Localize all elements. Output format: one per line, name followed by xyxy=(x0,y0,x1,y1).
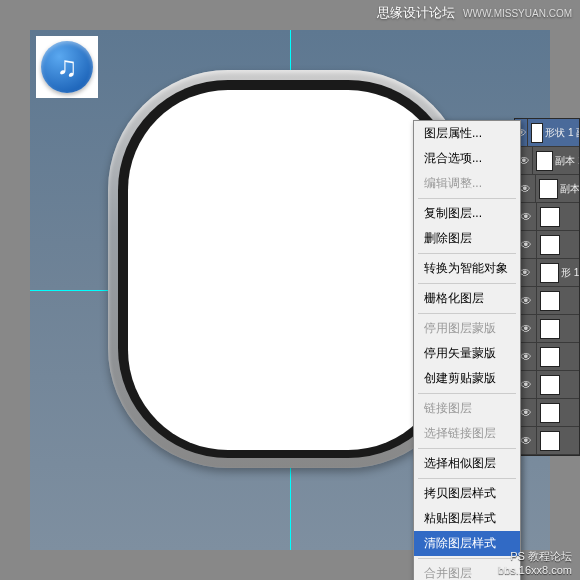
layer-row[interactable]: 👁 xyxy=(515,343,579,371)
layer-thumbnail[interactable] xyxy=(540,375,560,395)
menu-separator xyxy=(418,448,516,449)
layers-panel[interactable]: 👁形状 1 副本 3👁副本 2👁副本👁👁👁形 1👁👁👁👁👁👁 xyxy=(514,118,580,456)
menu-item[interactable]: 删除图层 xyxy=(414,226,520,251)
layer-row[interactable]: 👁 xyxy=(515,231,579,259)
menu-item[interactable]: 图层属性 xyxy=(414,121,520,146)
menu-separator xyxy=(418,253,516,254)
menu-item[interactable]: 粘贴图层样式 xyxy=(414,506,520,531)
menu-item[interactable]: 混合选项 xyxy=(414,146,520,171)
layer-context-menu[interactable]: 图层属性混合选项编辑调整复制图层删除图层转换为智能对象栅格化图层停用图层蒙版停用… xyxy=(413,120,521,580)
menu-separator xyxy=(418,283,516,284)
menu-separator xyxy=(418,478,516,479)
layer-thumbnail[interactable] xyxy=(540,403,560,423)
layer-thumbnail[interactable] xyxy=(536,151,553,171)
menu-item[interactable]: 选择相似图层 xyxy=(414,451,520,476)
layer-row[interactable]: 👁 xyxy=(515,315,579,343)
shape-ring-dark xyxy=(118,80,458,458)
menu-item[interactable]: 创建剪贴蒙版 xyxy=(414,366,520,391)
layer-thumbnail[interactable] xyxy=(540,263,560,283)
layer-row[interactable]: 👁 xyxy=(515,287,579,315)
layer-thumbnail[interactable] xyxy=(540,291,560,311)
shape-fill-white xyxy=(128,90,448,450)
layer-label: 副本 xyxy=(560,182,579,196)
menu-separator xyxy=(418,313,516,314)
layer-label: 形状 1 副本 3 xyxy=(545,126,579,140)
menu-item[interactable]: 拷贝图层样式 xyxy=(414,481,520,506)
layer-thumbnail[interactable] xyxy=(540,431,560,451)
layer-row[interactable]: 👁形状 1 副本 3 xyxy=(515,119,579,147)
menu-separator xyxy=(418,198,516,199)
menu-item: 编辑调整 xyxy=(414,171,520,196)
layer-row[interactable]: 👁副本 2 xyxy=(515,147,579,175)
menu-item: 链接图层 xyxy=(414,396,520,421)
layer-row[interactable]: 👁 xyxy=(515,203,579,231)
menu-item[interactable]: 停用矢量蒙版 xyxy=(414,341,520,366)
layer-row[interactable]: 👁 xyxy=(515,427,579,455)
music-note-icon: ♫ xyxy=(57,51,78,83)
music-icon: ♫ xyxy=(41,41,93,93)
layer-thumbnail[interactable] xyxy=(531,123,543,143)
layer-thumbnail[interactable] xyxy=(540,347,560,367)
layer-row[interactable]: 👁 xyxy=(515,399,579,427)
menu-item: 选择链接图层 xyxy=(414,421,520,446)
layer-thumbnail[interactable] xyxy=(540,235,560,255)
layer-thumbnail[interactable] xyxy=(540,319,560,339)
layer-row[interactable]: 👁副本 xyxy=(515,175,579,203)
layer-row[interactable]: 👁形 1 xyxy=(515,259,579,287)
layer-label: 副本 2 xyxy=(555,154,579,168)
watermark-top: 思缘设计论坛 WWW.MISSYUAN.COM xyxy=(377,4,572,22)
layer-label: 形 1 xyxy=(561,266,579,280)
layer-thumbnail[interactable] xyxy=(539,179,558,199)
menu-item[interactable]: 栅格化图层 xyxy=(414,286,520,311)
menu-separator xyxy=(418,393,516,394)
reference-icon-box: ♫ xyxy=(36,36,98,98)
menu-item[interactable]: 复制图层 xyxy=(414,201,520,226)
watermark-bottom: PS 教程论坛 bbs.16xx8.com xyxy=(498,549,572,576)
layer-row[interactable]: 👁 xyxy=(515,371,579,399)
menu-item[interactable]: 转换为智能对象 xyxy=(414,256,520,281)
menu-item: 停用图层蒙版 xyxy=(414,316,520,341)
layer-thumbnail[interactable] xyxy=(540,207,560,227)
